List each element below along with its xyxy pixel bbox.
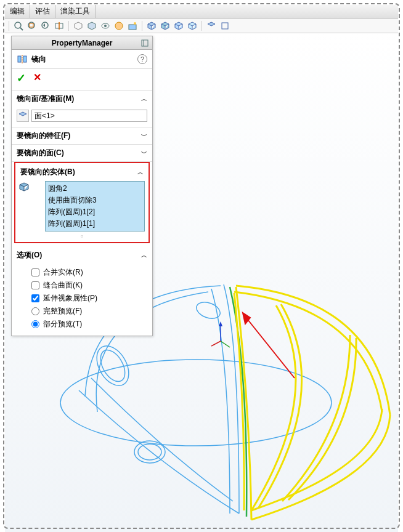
edit-appearance-icon[interactable] (113, 20, 124, 31)
menu-edit[interactable]: 编辑 (5, 5, 30, 18)
section-mirror-plane: 镜向面/基准面(M) ︿ (12, 91, 152, 127)
knit-checkbox[interactable] (31, 281, 39, 289)
mirror-plane-input[interactable] (31, 110, 147, 122)
chevron-down-icon: ﹀ (141, 149, 147, 158)
drag-handle-icon[interactable]: ○ (18, 233, 146, 240)
cube6-icon[interactable] (219, 20, 230, 31)
menu-evaluate[interactable]: 评估 (30, 5, 55, 18)
section-bodies-highlight: 要镜向的实体(B) ︿ 圆角2 使用曲面切除3 阵列(圆周)1[2] 阵列(圆周… (14, 162, 150, 243)
section-mirror-plane-header[interactable]: 镜向面/基准面(M) ︿ (12, 91, 152, 107)
pm-header: PropertyManager (12, 36, 152, 50)
propagate-label: 延伸视象属性(P) (43, 293, 97, 304)
knit-label: 缝合曲面(K) (43, 280, 83, 291)
toolbar (5, 18, 398, 33)
partial-preview-radio[interactable] (31, 320, 39, 328)
chevron-down-icon: ﹀ (141, 132, 147, 140)
pm-title-row: 镜向 ? (12, 50, 152, 69)
svg-point-17 (138, 444, 161, 460)
cube5-icon[interactable] (206, 20, 217, 31)
chevron-up-icon: ︿ (141, 251, 147, 260)
section-features: 要镜向的特征(F) ﹀ (12, 127, 152, 145)
bodies-listbox[interactable]: 圆角2 使用曲面切除3 阵列(圆周)1[2] 阵列(圆周)1[1] (45, 181, 145, 232)
section-mirror-plane-label: 镜向面/基准面(M) (17, 94, 74, 104)
svg-rect-27 (18, 56, 21, 62)
view-previous-icon[interactable] (40, 20, 51, 31)
toolbar-separator (202, 21, 202, 31)
svg-line-1 (20, 28, 23, 30)
ok-button[interactable]: ✓ (17, 71, 26, 85)
menu-render-tools[interactable]: 渲染工具 (55, 5, 96, 18)
svg-line-22 (211, 341, 221, 346)
view-orientation-icon[interactable] (73, 20, 84, 31)
cancel-button[interactable]: ✕ (33, 71, 41, 85)
main-area: SW 研习社 PropertyManager 镜向 ? ✓ ✕ 镜向面/基准面(… (5, 33, 398, 532)
zoom-area-icon[interactable] (26, 20, 38, 31)
chevron-up-icon: ︿ (137, 168, 144, 177)
list-item[interactable]: 使用曲面切除3 (47, 195, 143, 206)
full-preview-label: 完整预览(F) (43, 306, 82, 316)
svg-point-8 (104, 25, 107, 27)
section-faces-header[interactable]: 要镜向的面(C) ﹀ (12, 145, 152, 161)
cube1-icon[interactable] (146, 20, 157, 31)
pm-actions: ✓ ✕ (12, 69, 152, 91)
help-icon[interactable]: ? (137, 54, 147, 64)
list-item[interactable]: 阵列(圆周)1[2] (47, 206, 143, 218)
zoom-fit-icon[interactable] (13, 20, 24, 31)
svg-rect-25 (142, 40, 148, 46)
full-preview-radio[interactable] (31, 307, 39, 315)
body-select-icon[interactable] (18, 181, 30, 193)
section-faces: 要镜向的面(C) ﹀ (12, 145, 152, 162)
section-options-header[interactable]: 选项(O) ︿ (12, 247, 152, 264)
svg-rect-3 (30, 23, 33, 27)
section-view-icon[interactable] (54, 20, 65, 31)
mirror-feature-icon (17, 54, 28, 65)
section-faces-label: 要镜向的面(C) (17, 148, 64, 158)
propagate-checkbox[interactable] (31, 294, 39, 302)
svg-rect-28 (23, 56, 26, 62)
svg-rect-10 (129, 25, 136, 30)
merge-checkbox[interactable] (31, 268, 39, 276)
cube2-icon[interactable] (160, 20, 171, 31)
list-item[interactable]: 圆角2 (47, 183, 143, 195)
apply-scene-icon[interactable] (127, 20, 138, 31)
face-select-icon[interactable] (17, 110, 29, 122)
menubar: 编辑 评估 渲染工具 (5, 5, 398, 18)
list-item[interactable]: 阵列(圆周)1[1] (47, 218, 143, 230)
svg-point-9 (115, 22, 123, 30)
section-features-header[interactable]: 要镜向的特征(F) ﹀ (12, 127, 152, 144)
svg-rect-12 (222, 23, 228, 29)
section-options-label: 选项(O) (17, 250, 42, 260)
section-bodies-label: 要镜向的实体(B) (20, 167, 75, 177)
cube3-icon[interactable] (173, 20, 184, 31)
toolbar-separator (9, 21, 9, 31)
section-features-label: 要镜向的特征(F) (17, 131, 70, 141)
section-options: 选项(O) ︿ 合并实体(R) 缝合曲面(K) 延伸视象属性(P) (12, 247, 152, 336)
svg-line-23 (245, 316, 295, 378)
property-manager-panel: PropertyManager 镜向 ? ✓ ✕ 镜向面/基准面(M) ︿ (11, 36, 153, 336)
section-bodies-header[interactable]: 要镜向的实体(B) ︿ (18, 166, 146, 179)
display-style-icon[interactable] (86, 20, 97, 31)
pm-title: 镜向 (31, 54, 137, 65)
svg-point-11 (134, 22, 136, 25)
pin-icon[interactable] (140, 38, 150, 48)
cube4-icon[interactable] (187, 20, 198, 31)
toolbar-separator (68, 21, 69, 31)
svg-point-0 (15, 22, 21, 28)
hide-show-icon[interactable] (100, 20, 111, 31)
toolbar-separator (142, 21, 142, 31)
pm-header-title: PropertyManager (52, 39, 113, 47)
merge-label: 合并实体(R) (43, 267, 83, 278)
partial-preview-label: 部分预览(T) (43, 319, 82, 329)
chevron-up-icon: ︿ (141, 95, 147, 103)
